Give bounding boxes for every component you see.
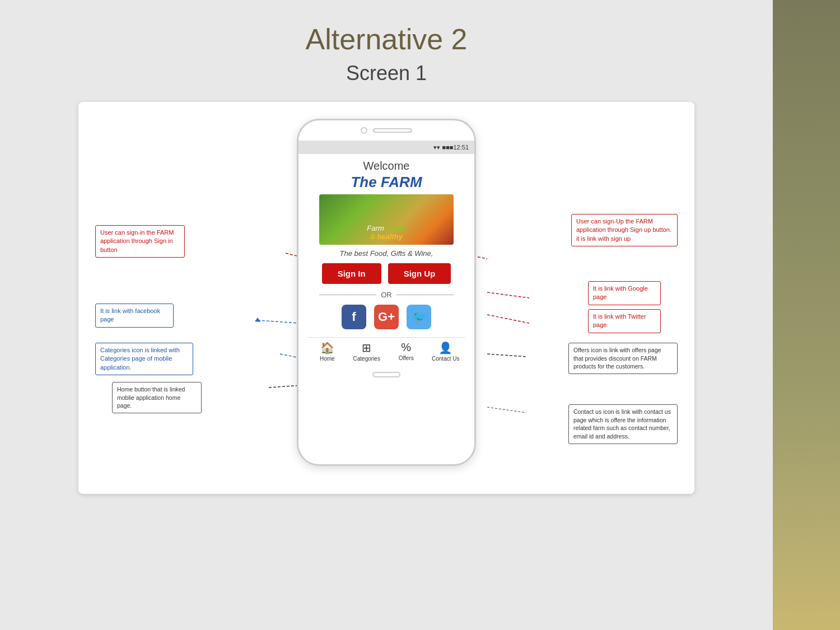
facebook-button[interactable]: f (342, 305, 366, 329)
bottom-nav: 🏠 Home ⊞ Categories % Offers 👤 Contact U… (307, 337, 465, 362)
farm-fresh-text: Farm Fresh (367, 224, 405, 233)
or-text: OR (381, 291, 392, 299)
categories-icon: ⊞ (362, 341, 371, 354)
annotation-categories: Categories icon is linked with Categorie… (95, 343, 193, 375)
svg-line-5 (487, 292, 529, 298)
phone-content: Welcome The FARM Farm Fresh & healthy Th… (298, 154, 474, 367)
annotation-contact: Contact us icon is link with contact us … (568, 404, 678, 444)
time: 12:51 (453, 144, 469, 151)
contact-icon: 👤 (438, 341, 452, 354)
annotation-sign-up-text: User can sign-Up the FARM application th… (576, 218, 671, 242)
annotation-google-text: It is link with Google page (593, 285, 648, 300)
right-sidebar (773, 0, 840, 630)
annotation-google: It is link with Google page (588, 281, 661, 305)
annotation-facebook-text: It is link with facebook page (100, 307, 160, 323)
offers-icon: % (401, 341, 411, 354)
nav-contact[interactable]: 👤 Contact Us (426, 341, 466, 362)
annotation-sign-in-text: User can sign-in the FARM application th… (100, 229, 174, 253)
annotation-offers-text: Offers icon is link with offers page tha… (573, 347, 661, 370)
diagram-container: ▾▾ ■■■ 12:51 Welcome The FARM Farm Fresh… (78, 102, 694, 494)
annotation-sign-up: User can sign-Up the FARM application th… (571, 214, 678, 246)
nav-categories-label: Categories (353, 356, 380, 362)
farm-image: Farm Fresh & healthy (319, 194, 454, 245)
nav-offers[interactable]: % Offers (386, 341, 426, 362)
nav-home[interactable]: 🏠 Home (307, 341, 347, 362)
phone-mockup: ▾▾ ■■■ 12:51 Welcome The FARM Farm Fresh… (297, 119, 476, 466)
farm-healthy-text: & healthy (367, 232, 405, 241)
or-line-right (396, 295, 454, 295)
sign-in-button[interactable]: Sign In (322, 263, 381, 284)
svg-line-8 (487, 354, 526, 357)
farm-image-text: Farm Fresh & healthy (367, 224, 405, 245)
phone-speaker (373, 128, 412, 133)
sign-up-button[interactable]: Sign Up (388, 263, 451, 284)
or-line-left (319, 295, 376, 295)
annotation-contact-text: Contact us icon is link with contact us … (573, 408, 671, 440)
annotation-home-text: Home button that is linked moblie applic… (117, 386, 185, 409)
google-plus-button[interactable]: G+ (374, 305, 399, 329)
farm-title: The FARM (351, 174, 422, 191)
phone-bottom-bar (298, 367, 474, 382)
annotation-sign-in: User can sign-in the FARM application th… (95, 225, 185, 258)
phone-home-button (372, 372, 400, 377)
svg-marker-4 (255, 318, 260, 322)
annotation-twitter: It is link with Twitter page (588, 309, 661, 333)
or-divider: OR (319, 291, 454, 299)
annotation-twitter-text: It is link with Twitter page (593, 313, 646, 328)
annotation-categories-text: Categories icon is linked with Categorie… (100, 347, 180, 371)
tagline: The best Food, Gifts & Wine, (340, 249, 433, 258)
nav-home-label: Home (320, 356, 335, 362)
svg-line-10 (487, 407, 526, 413)
nav-offers-label: Offers (399, 355, 414, 361)
welcome-label: Welcome (363, 160, 410, 172)
signal-icons: ▾▾ ■■■ (433, 144, 453, 151)
page-title: Alternative 2 (305, 22, 467, 56)
nav-categories[interactable]: ⊞ Categories (347, 341, 387, 362)
phone-top-bar (298, 120, 474, 141)
phone-circle (361, 127, 367, 134)
annotation-facebook: It is link with facebook page (95, 304, 174, 328)
svg-line-6 (487, 315, 529, 323)
screen-title: Screen 1 (346, 62, 427, 85)
nav-contact-label: Contact Us (432, 356, 459, 362)
status-bar: ▾▾ ■■■ 12:51 (298, 141, 474, 154)
button-row: Sign In Sign Up (322, 263, 451, 284)
annotation-home: Home button that is linked moblie applic… (112, 382, 202, 413)
main-content: Alternative 2 Screen 1 (0, 0, 773, 630)
twitter-button[interactable]: 🐦 (407, 305, 431, 329)
home-icon: 🏠 (320, 341, 334, 354)
social-buttons: f G+ 🐦 (342, 305, 431, 329)
annotation-offers: Offers icon is link with offers page tha… (568, 343, 678, 374)
